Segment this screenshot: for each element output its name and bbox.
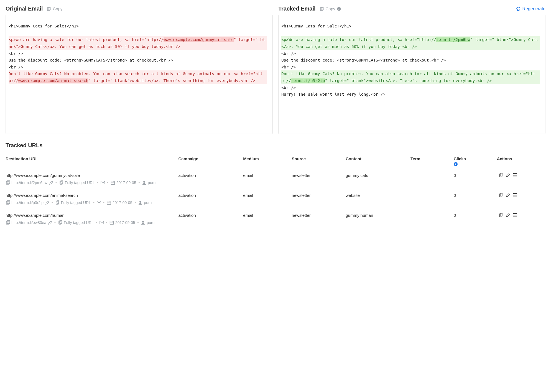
tracked-urls-heading: Tracked URLs (6, 142, 545, 149)
date-label: 2017-09-05 (115, 220, 135, 225)
table-row: http://www.example.com/animal-search act… (6, 189, 545, 198)
copy-action[interactable] (499, 213, 503, 217)
th-medium[interactable]: Medium (243, 154, 292, 169)
pencil-icon (506, 213, 510, 217)
user-label: puru (148, 180, 155, 185)
cell-medium: email (243, 209, 292, 218)
copy-icon[interactable] (6, 220, 10, 225)
cell-source: newsletter (292, 189, 346, 198)
calendar-icon (109, 220, 114, 225)
copy-label: Copy (53, 6, 62, 11)
copy-icon (47, 7, 51, 11)
menu-icon (513, 173, 517, 177)
calendar-icon (111, 180, 115, 185)
code-line: <p>We are having a sale for our latest p… (9, 36, 267, 50)
copy-icon[interactable] (59, 180, 63, 185)
pencil-icon (506, 193, 510, 197)
cell-term (410, 169, 454, 178)
cell-term (410, 209, 454, 218)
edit-action[interactable] (506, 193, 510, 197)
date-label: 2017-09-05 (116, 180, 136, 185)
cell-clicks: 0 (454, 189, 497, 198)
cell-medium: email (243, 169, 292, 178)
cell-campaign: activation (178, 169, 243, 178)
code-line: Use the discount code: <strong>GUMMYCATS… (281, 57, 540, 64)
copy-icon (499, 213, 503, 217)
table-row: http://www.example.com/human activation … (6, 209, 545, 218)
table-row: http://www.example.com/gummycat-sale act… (6, 169, 545, 178)
user-label: puru (147, 220, 154, 225)
info-icon[interactable]: i (454, 162, 458, 166)
original-email-code[interactable]: <h1>Gummy Cats for Sale!</h1> <p>We are … (6, 15, 273, 134)
tracked-email-code[interactable]: <h1>Gummy Cats for Sale!</h1> <p>We are … (278, 15, 545, 134)
pencil-icon (506, 173, 510, 177)
code-line: <br /> (9, 64, 267, 71)
th-campaign[interactable]: Campaign (178, 154, 243, 169)
pencil-icon[interactable] (48, 220, 52, 225)
copy-icon (499, 193, 503, 197)
copy-action[interactable] (499, 193, 503, 197)
original-email-panel: Original Email Copy <h1>Gummy Cats for S… (6, 6, 273, 134)
th-source[interactable]: Source (292, 154, 346, 169)
calendar-icon (107, 200, 111, 205)
user-icon (141, 220, 145, 225)
copy-action[interactable] (499, 173, 503, 177)
refresh-icon (516, 7, 521, 11)
cell-source: newsletter (292, 209, 346, 218)
copy-icon[interactable] (6, 180, 10, 185)
copy-icon[interactable] (58, 220, 62, 225)
user-icon (138, 200, 142, 205)
copy-original-button[interactable]: Copy (47, 6, 62, 11)
copy-icon (320, 7, 324, 11)
code-line: Use the discount code: <strong>GUMMYCATS… (9, 57, 267, 64)
pencil-icon[interactable] (49, 180, 53, 185)
mail-icon (101, 180, 105, 185)
mail-icon (100, 220, 104, 225)
copy-icon[interactable] (6, 200, 10, 205)
menu-icon (513, 193, 517, 197)
menu-action[interactable] (513, 193, 517, 197)
cell-campaign: activation (178, 189, 243, 198)
tagged-label: Fully tagged URL (65, 180, 95, 185)
table-meta-row: http://term.li/ew80ea • Fully tagged URL… (6, 218, 545, 229)
code-line: Don't like Gummy Cats? No problem. You c… (9, 70, 267, 84)
tracked-email-title: Tracked Email (278, 6, 316, 12)
table-meta-row: http://term.li/2pm6bw • Fully tagged URL… (6, 178, 545, 189)
menu-action[interactable] (513, 173, 517, 177)
mail-icon (97, 200, 101, 205)
short-url: http://term.li/2pm6bw (11, 180, 47, 185)
cell-clicks: 0 (454, 169, 497, 178)
th-content[interactable]: Content (346, 154, 410, 169)
menu-action[interactable] (513, 213, 517, 217)
code-line: <p>We are having a sale for our latest p… (281, 36, 540, 50)
regenerate-button[interactable]: Regenerate (516, 6, 545, 11)
copy-tracked-button[interactable]: Copy i (320, 6, 341, 11)
original-email-title: Original Email (6, 6, 43, 12)
cell-content: website (346, 189, 410, 198)
cell-destination: http://www.example.com/human (6, 209, 178, 218)
cell-destination: http://www.example.com/gummycat-sale (6, 169, 178, 178)
info-icon[interactable]: i (337, 7, 341, 11)
cell-term (410, 189, 454, 198)
cell-destination: http://www.example.com/animal-search (6, 189, 178, 198)
short-url: http://term.li/ew80ea (11, 220, 46, 225)
copy-icon (499, 173, 503, 177)
code-line (9, 30, 267, 37)
code-line: <h1>Gummy Cats for Sale!</h1> (9, 23, 267, 30)
th-destination[interactable]: Destination URL (6, 154, 178, 169)
table-meta-row: http://term.li/p3r2lp • Fully tagged URL… (6, 198, 545, 209)
user-label: puru (144, 200, 152, 205)
tagged-label: Fully tagged URL (64, 220, 94, 225)
th-clicks[interactable]: Clicks i (454, 154, 497, 169)
cell-campaign: activation (178, 209, 243, 218)
code-line: <br /> (281, 64, 540, 71)
menu-icon (513, 213, 517, 217)
edit-action[interactable] (506, 213, 510, 217)
copy-icon[interactable] (55, 200, 59, 205)
pencil-icon[interactable] (45, 200, 49, 205)
cell-clicks: 0 (454, 209, 497, 218)
th-term[interactable]: Term (410, 154, 454, 169)
edit-action[interactable] (506, 173, 510, 177)
user-icon (142, 180, 146, 185)
date-label: 2017-09-05 (113, 200, 132, 205)
